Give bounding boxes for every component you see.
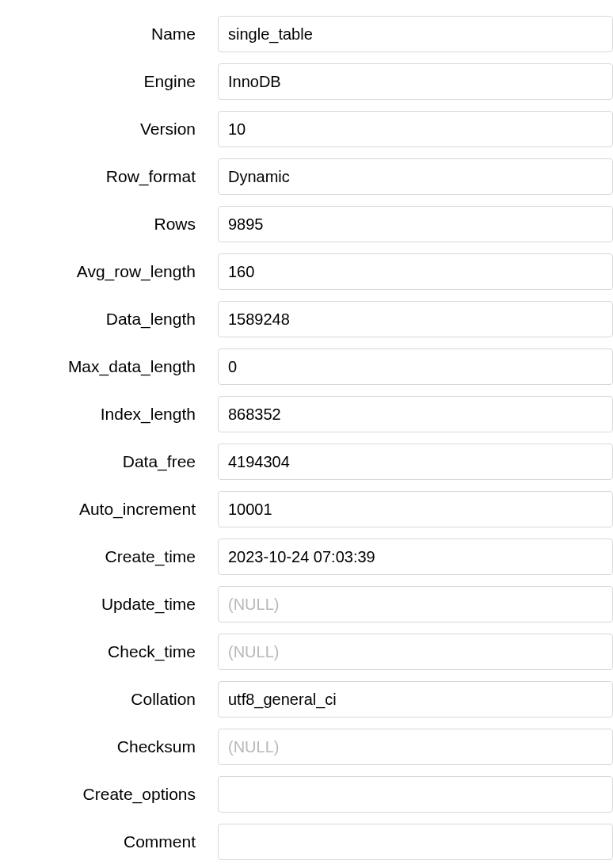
row-update-time: Update_time [0, 586, 613, 622]
row-row-format: Row_format [0, 158, 613, 195]
row-rows: Rows [0, 206, 613, 242]
label-create-options: Create_options [0, 785, 218, 804]
row-version: Version [0, 111, 613, 147]
input-version[interactable] [218, 111, 613, 147]
row-data-free: Data_free [0, 444, 613, 480]
label-auto-increment: Auto_increment [0, 500, 218, 519]
row-create-options: Create_options [0, 776, 613, 813]
input-name[interactable] [218, 16, 613, 52]
label-update-time: Update_time [0, 595, 218, 614]
input-collation[interactable] [218, 681, 613, 718]
input-checksum[interactable] [218, 729, 613, 765]
label-row-format: Row_format [0, 167, 218, 186]
input-comment[interactable] [218, 824, 613, 860]
table-info-form: Name Engine Version Row_format Rows Avg_… [0, 16, 613, 868]
input-rows[interactable] [218, 206, 613, 242]
label-rows: Rows [0, 215, 218, 234]
input-create-time[interactable] [218, 539, 613, 575]
row-name: Name [0, 16, 613, 52]
label-checksum: Checksum [0, 737, 218, 756]
input-update-time[interactable] [218, 586, 613, 622]
row-collation: Collation [0, 681, 613, 718]
input-avg-row-length[interactable] [218, 253, 613, 290]
input-data-length[interactable] [218, 301, 613, 337]
row-create-time: Create_time [0, 539, 613, 575]
label-index-length: Index_length [0, 405, 218, 424]
label-data-length: Data_length [0, 310, 218, 329]
row-comment: Comment [0, 824, 613, 860]
row-data-length: Data_length [0, 301, 613, 337]
label-create-time: Create_time [0, 547, 218, 566]
row-max-data-length: Max_data_length [0, 348, 613, 385]
input-max-data-length[interactable] [218, 348, 613, 385]
row-avg-row-length: Avg_row_length [0, 253, 613, 290]
row-engine: Engine [0, 63, 613, 100]
label-data-free: Data_free [0, 452, 218, 471]
row-check-time: Check_time [0, 634, 613, 670]
label-version: Version [0, 120, 218, 139]
row-auto-increment: Auto_increment [0, 491, 613, 527]
input-row-format[interactable] [218, 158, 613, 195]
label-collation: Collation [0, 690, 218, 709]
input-index-length[interactable] [218, 396, 613, 432]
row-index-length: Index_length [0, 396, 613, 432]
input-check-time[interactable] [218, 634, 613, 670]
label-comment: Comment [0, 832, 218, 851]
input-data-free[interactable] [218, 444, 613, 480]
input-engine[interactable] [218, 63, 613, 100]
input-create-options[interactable] [218, 776, 613, 813]
label-name: Name [0, 25, 218, 44]
label-engine: Engine [0, 72, 218, 91]
label-avg-row-length: Avg_row_length [0, 262, 218, 281]
input-auto-increment[interactable] [218, 491, 613, 527]
label-check-time: Check_time [0, 642, 218, 661]
label-max-data-length: Max_data_length [0, 357, 218, 376]
row-checksum: Checksum [0, 729, 613, 765]
